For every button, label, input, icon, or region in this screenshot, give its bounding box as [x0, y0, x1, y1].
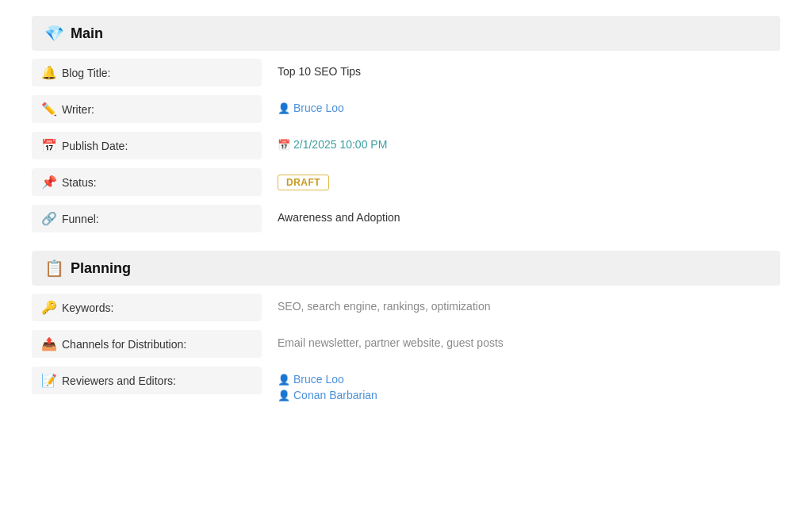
field-label-publish-date: 📅Publish Date: [32, 132, 262, 159]
field-label-text-status: Status: [62, 176, 97, 189]
field-value-blog-title: Top 10 SEO Tips [262, 59, 780, 84]
field-row-blog-title: 🔔Blog Title:Top 10 SEO Tips [32, 59, 780, 90]
field-value-funnel: Awareness and Adoption [262, 205, 780, 230]
section-title-main: Main [71, 25, 103, 42]
person-link[interactable]: 👤Conan Barbarian [278, 389, 377, 401]
field-label-writer: ✏️Writer: [32, 95, 262, 123]
field-label-icon-publish-date: 📅 [41, 138, 57, 153]
section-icon-planning: 📋 [44, 259, 64, 278]
field-value-status[interactable]: DRAFT [262, 168, 780, 197]
field-label-funnel: 🔗Funnel: [32, 205, 262, 232]
person-name: Bruce Loo [293, 373, 344, 386]
field-row-status: 📌Status:DRAFT [32, 168, 780, 200]
fields-container-main: 🔔Blog Title:Top 10 SEO Tips✏️Writer:👤Bru… [32, 56, 780, 251]
status-badge-status[interactable]: DRAFT [278, 175, 329, 190]
field-label-text-writer: Writer: [62, 103, 94, 116]
person-name: Bruce Loo [293, 102, 344, 114]
field-label-icon-keywords: 🔑 [41, 300, 57, 315]
section-icon-main: 💎 [44, 24, 64, 43]
calendar-icon: 📅 [278, 139, 290, 151]
field-row-channels: 📤Channels for Distribution:Email newslet… [32, 330, 780, 362]
field-label-text-funnel: Funnel: [62, 213, 99, 225]
field-row-reviewers: 📝Reviewers and Editors:👤Bruce Loo👤Conan … [32, 367, 780, 408]
person-link[interactable]: 👤Bruce Loo [278, 373, 377, 386]
field-label-icon-writer: ✏️ [41, 102, 57, 117]
field-label-text-channels: Channels for Distribution: [62, 338, 186, 351]
person-link-writer[interactable]: 👤Bruce Loo [278, 102, 344, 114]
person-icon: 👤 [278, 374, 290, 386]
field-label-channels: 📤Channels for Distribution: [32, 330, 262, 358]
page-content: 💎Main🔔Blog Title:Top 10 SEO Tips✏️Writer… [32, 16, 780, 422]
section-title-planning: Planning [71, 260, 131, 277]
field-label-status: 📌Status: [32, 168, 262, 196]
field-label-keywords: 🔑Keywords: [32, 294, 262, 321]
section-header-planning: 📋Planning [32, 251, 780, 286]
field-label-blog-title: 🔔Blog Title: [32, 59, 262, 86]
field-label-reviewers: 📝Reviewers and Editors: [32, 367, 262, 394]
field-row-publish-date: 📅Publish Date:📅2/1/2025 10:00 PM [32, 132, 780, 163]
field-label-icon-channels: 📤 [41, 336, 57, 351]
section-header-main: 💎Main [32, 16, 780, 51]
field-value-writer[interactable]: 👤Bruce Loo [262, 95, 780, 121]
field-value-channels: Email newsletter, partner website, guest… [262, 330, 780, 355]
field-label-icon-blog-title: 🔔 [41, 65, 57, 80]
people-list-reviewers: 👤Bruce Loo👤Conan Barbarian [278, 373, 377, 401]
field-value-reviewers[interactable]: 👤Bruce Loo👤Conan Barbarian [262, 367, 780, 408]
field-label-text-reviewers: Reviewers and Editors: [62, 374, 176, 387]
field-label-icon-reviewers: 📝 [41, 373, 57, 388]
field-label-icon-funnel: 🔗 [41, 211, 57, 226]
date-link-publish-date[interactable]: 📅2/1/2025 10:00 PM [278, 138, 387, 151]
field-row-writer: ✏️Writer:👤Bruce Loo [32, 95, 780, 127]
field-row-funnel: 🔗Funnel:Awareness and Adoption [32, 205, 780, 236]
field-label-text-keywords: Keywords: [62, 301, 113, 314]
date-text: 2/1/2025 10:00 PM [293, 138, 387, 151]
person-icon: 👤 [278, 102, 290, 114]
fields-container-planning: 🔑Keywords:SEO, search engine, rankings, … [32, 290, 780, 422]
field-label-text-blog-title: Blog Title: [62, 67, 110, 79]
field-value-publish-date[interactable]: 📅2/1/2025 10:00 PM [262, 132, 780, 157]
field-row-keywords: 🔑Keywords:SEO, search engine, rankings, … [32, 294, 780, 325]
field-value-keywords: SEO, search engine, rankings, optimizati… [262, 294, 780, 319]
field-label-icon-status: 📌 [41, 175, 57, 190]
person-name: Conan Barbarian [293, 389, 377, 401]
field-label-text-publish-date: Publish Date: [62, 140, 128, 152]
person-icon: 👤 [278, 390, 290, 401]
